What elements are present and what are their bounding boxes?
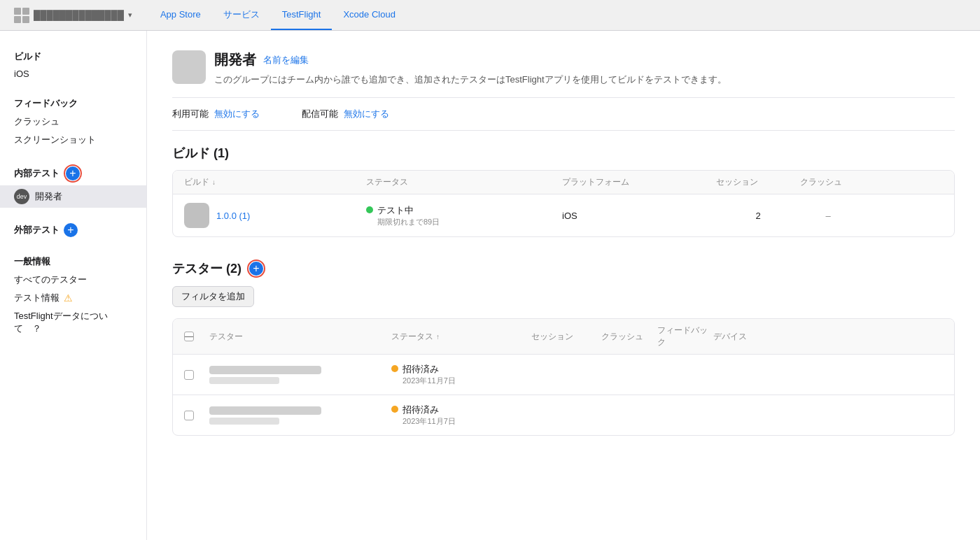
status-dot-green <box>366 206 373 213</box>
tester-email-blurred <box>209 377 279 384</box>
builds-table: ビルド ↓ ステータス プラットフォーム セッション クラッシュ <box>172 170 955 237</box>
sidebar-section-general-title: 一般情報 <box>0 253 146 271</box>
top-nav: ██████████████ ▾ App Store サービス TestFlig… <box>0 0 980 31</box>
sidebar-item-all-testers[interactable]: すべてのテスター <box>0 271 146 289</box>
add-internal-group-icon[interactable]: + <box>66 166 80 180</box>
tester-row-1-status: 招待済み 2023年11月7日 <box>391 363 531 386</box>
page-header: 開発者 名前を編集 このグループにはチーム内から誰でも追加でき、追加されたテスタ… <box>172 50 955 86</box>
sidebar-item-testflight-data[interactable]: TestFlightデータについて ？ <box>0 307 146 338</box>
build-header-crashes: クラッシュ <box>800 176 856 188</box>
sidebar-item-ios[interactable]: iOS <box>0 66 146 82</box>
distribution-item: 配信可能 無効にする <box>302 108 389 120</box>
build-cell: 1.0.0 (1) <box>184 203 366 228</box>
page-header-info: 開発者 名前を編集 このグループにはチーム内から誰でも追加でき、追加されたテスタ… <box>214 50 727 86</box>
tester-header-sessions: セッション <box>531 331 601 343</box>
sidebar-section-build-title: ビルド <box>0 48 146 66</box>
org-chevron-icon: ▾ <box>128 10 132 20</box>
table-row: 招待済み 2023年11月7日 <box>173 355 954 395</box>
sidebar-section-feedback: フィードバック クラッシュ スクリーンショット <box>0 94 146 149</box>
build-header-build: ビルド ↓ <box>184 176 366 188</box>
warning-icon: ⚠ <box>64 292 73 304</box>
minus-icon: — <box>185 332 193 341</box>
sidebar-item-crash[interactable]: クラッシュ <box>0 113 146 131</box>
app-logo-grid <box>14 8 29 23</box>
tab-service[interactable]: サービス <box>212 0 271 30</box>
tester-header-name: テスター <box>209 331 391 343</box>
sidebar: ビルド iOS フィードバック クラッシュ スクリーンショット 内部テスト + <box>0 31 147 540</box>
main-content: 開発者 名前を編集 このグループにはチーム内から誰でも追加でき、追加されたテスタ… <box>147 31 980 540</box>
tab-xcode-cloud[interactable]: Xcode Cloud <box>332 0 406 30</box>
status-info: テスト中 期限切れまで89日 <box>377 204 440 227</box>
availability-row: 利用可能 無効にする 配信可能 無効にする <box>172 97 955 131</box>
status-cell: テスト中 期限切れまで89日 <box>366 204 562 227</box>
build-header-platform: プラットフォーム <box>562 176 716 188</box>
tab-appstore[interactable]: App Store <box>149 0 212 30</box>
tester-row-1-checkbox[interactable] <box>184 370 194 380</box>
status-dot-yellow <box>391 365 398 372</box>
add-external-group-icon[interactable]: + <box>64 223 78 237</box>
page-title: 開発者 名前を編集 <box>214 50 727 69</box>
sidebar-item-test-info[interactable]: テスト情報 ⚠ <box>0 289 146 307</box>
main-nav: App Store サービス TestFlight Xcode Cloud <box>149 0 407 30</box>
tester-header-devices: デバイス <box>713 331 769 343</box>
availability-item: 利用可能 無効にする <box>172 108 260 120</box>
sidebar-section-general: 一般情報 すべてのテスター テスト情報 ⚠ TestFlightデータについて … <box>0 253 146 338</box>
table-row: 1.0.0 (1) テスト中 期限切れまで89日 iOS 2 – <box>173 194 954 236</box>
testers-section-header: テスター (2) + <box>172 260 955 278</box>
disable-available-link[interactable]: 無効にする <box>214 108 260 120</box>
tester-name-blurred <box>209 366 321 374</box>
group-avatar: dev <box>14 189 29 204</box>
add-tester-btn-highlight: + <box>247 260 265 278</box>
tester-name-blurred-2 <box>209 406 321 415</box>
builds-section-title: ビルド (1) <box>172 145 955 162</box>
tester-email-blurred-2 <box>209 418 279 425</box>
sidebar-section-external-test: 外部テスト + <box>0 220 146 240</box>
org-selector[interactable]: ██████████████ ▾ <box>14 8 132 23</box>
tester-header-status: ステータス ↑ <box>391 331 531 343</box>
sidebar-item-developer-group[interactable]: dev 開発者 <box>0 185 146 208</box>
crashes-cell: – <box>800 211 856 221</box>
sidebar-section-feedback-title: フィードバック <box>0 94 146 113</box>
testers-table: — テスター ステータス ↑ セッション クラッシュ フィードバック <box>172 318 955 436</box>
tester-row-2-status: 招待済み 2023年11月7日 <box>391 404 531 427</box>
testers-table-header: — テスター ステータス ↑ セッション クラッシュ フィードバック <box>173 319 954 355</box>
tester-header-feedback: フィードバック <box>657 325 713 348</box>
tester-header-crashes: クラッシュ <box>601 331 657 343</box>
tab-testflight[interactable]: TestFlight <box>271 0 332 30</box>
add-tester-icon[interactable]: + <box>249 262 263 276</box>
add-filter-button[interactable]: フィルタを追加 <box>172 286 254 307</box>
sidebar-section-internal-test-title: 内部テスト + <box>0 162 146 185</box>
group-header-avatar <box>172 50 206 84</box>
select-all-checkbox[interactable]: — <box>184 332 194 341</box>
platform-cell: iOS <box>562 211 716 221</box>
edit-name-link[interactable]: 名前を編集 <box>263 54 309 66</box>
build-app-icon <box>184 203 209 228</box>
disable-distribution-link[interactable]: 無効にする <box>344 108 389 120</box>
tester-row-1-name <box>209 366 391 384</box>
org-name: ██████████████ <box>34 10 124 20</box>
sort-asc-icon: ↑ <box>436 333 440 341</box>
sidebar-section-internal-test: 内部テスト + dev 開発者 <box>0 162 146 208</box>
sidebar-section-external-test-title: 外部テスト + <box>0 220 146 240</box>
build-version-link[interactable]: 1.0.0 (1) <box>216 211 250 221</box>
sidebar-section-build: ビルド iOS <box>0 48 146 82</box>
tester-row-2-name <box>209 406 391 425</box>
builds-table-header: ビルド ↓ ステータス プラットフォーム セッション クラッシュ <box>173 171 954 194</box>
add-internal-group-btn-highlight: + <box>64 164 82 183</box>
main-layout: ビルド iOS フィードバック クラッシュ スクリーンショット 内部テスト + <box>0 31 980 540</box>
build-header-sessions: セッション <box>716 176 800 188</box>
sort-icon: ↓ <box>212 178 216 186</box>
page-description: このグループにはチーム内から誰でも追加でき、追加されたテスターはTestFlig… <box>214 73 727 86</box>
build-header-status: ステータス <box>366 176 562 188</box>
testers-section-title: テスター (2) <box>172 260 241 277</box>
sidebar-item-screenshot[interactable]: スクリーンショット <box>0 131 146 149</box>
sessions-cell: 2 <box>716 211 800 221</box>
table-row: 招待済み 2023年11月7日 <box>173 395 954 435</box>
status-dot-yellow-2 <box>391 406 398 413</box>
tester-row-2-checkbox[interactable] <box>184 411 194 420</box>
